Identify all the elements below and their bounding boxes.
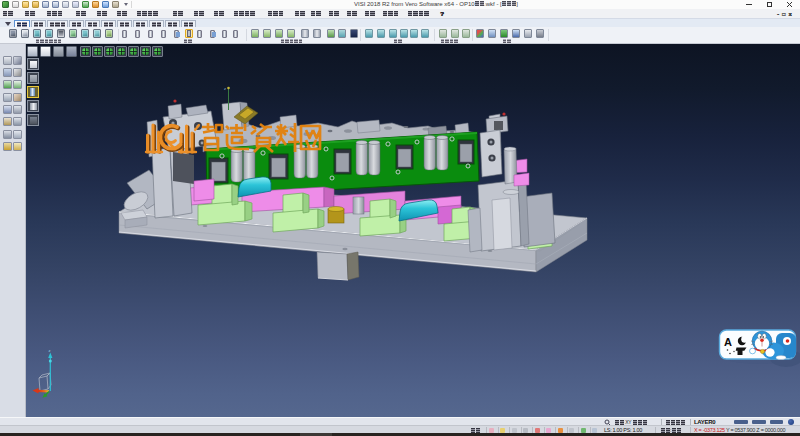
svg-text:A: A <box>724 336 732 348</box>
svg-text:z: z <box>224 86 226 91</box>
svg-text:z: z <box>49 348 51 353</box>
